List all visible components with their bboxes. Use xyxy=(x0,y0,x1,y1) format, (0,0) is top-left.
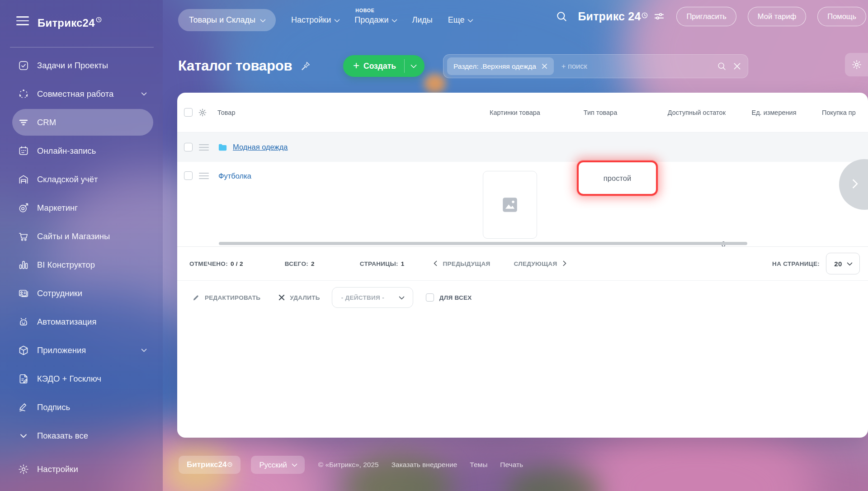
select-all-checkbox[interactable] xyxy=(184,108,193,117)
sidebar-item-online-booking[interactable]: Онлайн-запись xyxy=(0,137,163,165)
drag-handle-icon[interactable] xyxy=(199,144,209,152)
sidebar-item-marketing[interactable]: Маркетинг xyxy=(0,194,163,222)
sidebar-item-warehouse[interactable]: Складской учёт xyxy=(0,165,163,194)
row-checkbox[interactable] xyxy=(184,143,193,151)
nav-label: Лиды xyxy=(412,15,432,25)
sidebar-item-sites-stores[interactable]: Сайты и Магазины xyxy=(0,222,163,250)
chip-remove-icon[interactable] xyxy=(542,63,547,69)
product-type-value: простой xyxy=(604,174,631,183)
next-page-button[interactable]: СЛЕДУЮЩАЯ xyxy=(514,260,566,267)
sidebar-item-label: CRM xyxy=(37,118,56,127)
chevron-down-icon xyxy=(141,346,147,352)
my-tariff-button[interactable]: Мой тариф xyxy=(748,7,806,26)
per-page-select[interactable]: 20 xyxy=(826,253,860,274)
sidebar-item-bi-builder[interactable]: BI Конструктор xyxy=(0,250,163,279)
drag-handle-icon[interactable] xyxy=(199,173,209,180)
row-checkbox[interactable] xyxy=(184,171,193,180)
sidebar-item-automation[interactable]: Автоматизация xyxy=(0,307,163,336)
clear-filter-icon[interactable] xyxy=(733,62,741,70)
edit-button[interactable]: РЕДАКТИРОВАТЬ xyxy=(192,294,260,302)
prev-page-button[interactable]: ПРЕДЫДУЩАЯ xyxy=(434,260,491,267)
sidebar-nav: Задачи и Проекты Совместная работа CRM О… xyxy=(0,51,163,483)
sidebar-item-tasks[interactable]: Задачи и Проекты xyxy=(0,51,163,80)
sidebar-item-signature[interactable]: Подпись xyxy=(0,393,163,421)
help-button[interactable]: Помощь xyxy=(817,7,866,26)
sidebar-item-collaboration[interactable]: Совместная работа xyxy=(0,80,163,108)
column-header-stock[interactable]: Доступный остаток xyxy=(635,93,726,132)
table-row-folder: Модная одежда xyxy=(177,132,868,162)
chevron-down-icon xyxy=(141,90,147,96)
nav-label: Настройки xyxy=(291,15,331,25)
nav-item-sales[interactable]: НОВОЕ Продажи xyxy=(354,15,396,25)
filter-chip-section[interactable]: Раздел: .Верхняя одежда xyxy=(447,57,554,75)
sidebar-item-label: Сотрудники xyxy=(37,288,82,298)
calendar-icon xyxy=(18,145,29,157)
id-card-icon xyxy=(18,288,29,299)
language-select[interactable]: Русский xyxy=(251,456,304,474)
grid-settings-gear-icon[interactable] xyxy=(845,53,868,76)
sidebar-item-show-all[interactable]: Показать все xyxy=(0,421,163,450)
chevron-left-icon xyxy=(434,260,439,266)
product-link[interactable]: Футболка xyxy=(218,172,251,180)
chevron-down-icon xyxy=(334,17,340,23)
horizontal-scrollbar[interactable] xyxy=(219,242,747,245)
column-header-product[interactable]: Товар xyxy=(217,93,235,132)
column-header-purchase[interactable]: Покупка пр xyxy=(822,93,856,132)
pin-icon[interactable] xyxy=(300,61,311,71)
print-link[interactable]: Печать xyxy=(500,461,523,469)
sidebar-item-label: Маркетинг xyxy=(37,203,78,213)
footer-brand-pill[interactable]: Битрикс24 xyxy=(179,456,241,474)
sidebar-item-settings[interactable]: Настройки xyxy=(0,455,163,483)
table-pagination: ОТМЕЧЕНО:0 / 2 ВСЕГО:2 СТРАНИЦЫ:1 ПРЕДЫД… xyxy=(177,246,868,281)
page-title: Каталог товаров xyxy=(178,58,292,74)
for-all-checkbox[interactable] xyxy=(426,293,434,302)
sidebar-item-label: Онлайн-запись xyxy=(37,146,96,156)
bitrix24-app: Битрикс24 Задачи и Проекты Совместная ра… xyxy=(0,0,868,491)
search-icon[interactable] xyxy=(717,61,726,71)
brand-logo: Битрикс 24 xyxy=(578,10,665,23)
chevron-down-icon xyxy=(292,461,297,467)
sidebar-item-label: Настройки xyxy=(37,464,78,474)
create-button-label: Создать xyxy=(363,61,396,71)
sidebar-item-apps[interactable]: Приложения xyxy=(0,336,163,364)
themes-link[interactable]: Темы xyxy=(470,461,487,469)
menu-toggle-icon[interactable] xyxy=(16,16,29,25)
chevron-down-icon xyxy=(847,260,853,266)
clock-icon xyxy=(642,12,648,20)
nav-item-more[interactable]: Еще xyxy=(448,15,473,25)
topbar-nav: Товары и Склады Настройки НОВОЕ Продажи … xyxy=(178,9,472,31)
nav-item-products-warehouses[interactable]: Товары и Склады xyxy=(178,9,276,31)
sidebar-item-label: Подпись xyxy=(37,402,70,412)
column-header-type[interactable]: Тип товара xyxy=(566,93,634,132)
for-all-control[interactable]: ДЛЯ ВСЕХ xyxy=(426,293,472,302)
column-settings-gear-icon[interactable] xyxy=(198,108,207,117)
sidebar-item-label: Автоматизация xyxy=(37,317,96,327)
sliders-icon[interactable] xyxy=(653,10,665,22)
nav-item-leads[interactable]: Лиды xyxy=(412,15,432,25)
clock-icon xyxy=(227,460,232,469)
nav-item-settings[interactable]: Настройки xyxy=(291,15,339,25)
order-implementation-link[interactable]: Заказать внедрение xyxy=(392,461,458,469)
column-header-unit[interactable]: Ед. измерения xyxy=(745,93,802,132)
chevron-down-icon xyxy=(399,294,405,300)
column-header-images[interactable]: Картинки товара xyxy=(477,93,552,132)
nav-label: Товары и Склады xyxy=(189,15,255,25)
image-icon xyxy=(500,195,519,214)
folder-link[interactable]: Модная одежда xyxy=(233,143,288,151)
sidebar-item-kedo[interactable]: КЭДО + Госключ xyxy=(0,364,163,393)
search-filter-bar[interactable]: Раздел: .Верхняя одежда + поиск xyxy=(443,54,748,78)
create-dropdown-toggle[interactable] xyxy=(405,55,425,77)
product-image-placeholder[interactable] xyxy=(483,171,537,239)
actions-select[interactable]: - ДЕЙСТВИЯ - xyxy=(332,287,413,308)
search-icon[interactable] xyxy=(555,10,568,23)
app-logo[interactable]: Битрикс24 xyxy=(38,13,102,29)
sidebar: Битрикс24 Задачи и Проекты Совместная ра… xyxy=(0,0,163,491)
sidebar-item-crm[interactable]: CRM xyxy=(0,108,163,137)
sidebar-item-employees[interactable]: Сотрудники xyxy=(0,279,163,307)
create-button[interactable]: + Создать xyxy=(343,55,425,77)
invite-button[interactable]: Пригласить xyxy=(676,7,736,26)
delete-button[interactable]: УДАЛИТЬ xyxy=(278,294,320,301)
search-placeholder: + поиск xyxy=(561,62,587,71)
page-header: Каталог товаров xyxy=(178,53,311,79)
clock-icon xyxy=(96,13,102,25)
